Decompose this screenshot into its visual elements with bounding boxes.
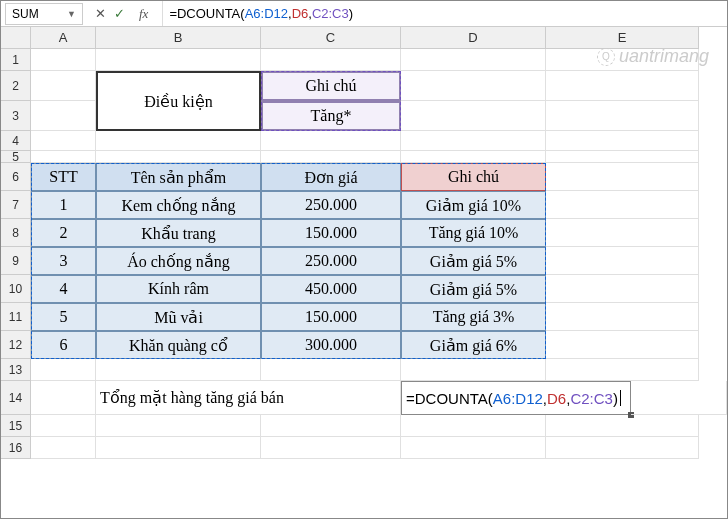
cell[interactable] <box>96 437 261 459</box>
table-header-ghichu[interactable]: Ghi chú <box>401 163 546 191</box>
cell[interactable] <box>31 131 96 151</box>
cell[interactable] <box>96 151 261 163</box>
col-header[interactable]: A <box>31 27 96 49</box>
cell[interactable] <box>31 437 96 459</box>
table-header-ten[interactable]: Tên sản phẩm <box>96 163 261 191</box>
cell[interactable] <box>401 415 546 437</box>
cell[interactable] <box>261 131 401 151</box>
row-header[interactable]: 12 <box>1 331 31 359</box>
cell[interactable] <box>546 71 699 101</box>
cell[interactable] <box>96 359 261 381</box>
cell[interactable] <box>546 131 699 151</box>
table-cell[interactable]: 6 <box>31 331 96 359</box>
cell[interactable] <box>401 151 546 163</box>
cell[interactable] <box>631 381 727 415</box>
row-header[interactable]: 8 <box>1 219 31 247</box>
table-cell[interactable]: Kính râm <box>96 275 261 303</box>
col-header[interactable]: B <box>96 27 261 49</box>
cell[interactable] <box>401 131 546 151</box>
cell[interactable] <box>546 331 699 359</box>
summary-label-cell[interactable]: Tổng mặt hàng tăng giá bán <box>96 381 401 415</box>
cell[interactable] <box>546 303 699 331</box>
cell[interactable] <box>401 437 546 459</box>
col-header[interactable]: D <box>401 27 546 49</box>
table-cell[interactable]: Mũ vải <box>96 303 261 331</box>
row-header[interactable]: 11 <box>1 303 31 331</box>
table-cell[interactable]: 1 <box>31 191 96 219</box>
table-cell[interactable]: 250.000 <box>261 191 401 219</box>
table-cell[interactable]: Tăng giá 10% <box>401 219 546 247</box>
table-cell[interactable]: Giảm giá 5% <box>401 247 546 275</box>
table-cell[interactable]: Áo chống nắng <box>96 247 261 275</box>
cell[interactable] <box>31 415 96 437</box>
cell[interactable] <box>261 359 401 381</box>
cells-area[interactable]: Điều kiện Ghi chú Tăng* <box>31 49 727 459</box>
table-cell[interactable]: Giảm giá 10% <box>401 191 546 219</box>
confirm-icon[interactable]: ✓ <box>114 6 125 21</box>
cell[interactable] <box>31 71 96 101</box>
cell[interactable] <box>96 131 261 151</box>
row-header[interactable]: 1 <box>1 49 31 71</box>
cancel-icon[interactable]: ✕ <box>95 6 106 21</box>
cell[interactable] <box>31 49 96 71</box>
cell[interactable] <box>546 151 699 163</box>
cell[interactable] <box>261 151 401 163</box>
cell[interactable] <box>31 381 96 415</box>
cell[interactable] <box>96 415 261 437</box>
row-header[interactable]: 7 <box>1 191 31 219</box>
cell[interactable] <box>96 49 261 71</box>
row-header[interactable]: 2 <box>1 71 31 101</box>
cell[interactable] <box>401 71 546 101</box>
table-cell[interactable]: Khẩu trang <box>96 219 261 247</box>
row-header[interactable]: 16 <box>1 437 31 459</box>
table-cell[interactable]: 3 <box>31 247 96 275</box>
table-cell[interactable]: 250.000 <box>261 247 401 275</box>
row-header[interactable]: 9 <box>1 247 31 275</box>
table-cell[interactable]: 300.000 <box>261 331 401 359</box>
criteria-value-cell[interactable]: Tăng* <box>261 101 401 131</box>
active-formula-cell[interactable]: =DCOUNTA(A6:D12,D6,C2:C3) <box>401 381 631 415</box>
row-header[interactable]: 3 <box>1 101 31 131</box>
cell[interactable] <box>31 151 96 163</box>
cell[interactable] <box>401 359 546 381</box>
table-cell[interactable]: 5 <box>31 303 96 331</box>
cell[interactable] <box>261 437 401 459</box>
row-header[interactable]: 13 <box>1 359 31 381</box>
table-cell[interactable]: Giảm giá 6% <box>401 331 546 359</box>
table-cell[interactable]: 150.000 <box>261 303 401 331</box>
table-header-stt[interactable]: STT <box>31 163 96 191</box>
cell[interactable] <box>546 191 699 219</box>
cell[interactable] <box>31 101 96 131</box>
cell[interactable] <box>261 49 401 71</box>
row-header[interactable]: 4 <box>1 131 31 151</box>
criteria-header-cell[interactable]: Ghi chú <box>261 71 401 101</box>
row-header[interactable]: 15 <box>1 415 31 437</box>
row-header[interactable]: 6 <box>1 163 31 191</box>
table-cell[interactable]: Kem chống nắng <box>96 191 261 219</box>
cell[interactable] <box>401 101 546 131</box>
table-cell[interactable]: 2 <box>31 219 96 247</box>
cell[interactable] <box>546 163 699 191</box>
cell[interactable] <box>31 359 96 381</box>
table-cell[interactable]: 4 <box>31 275 96 303</box>
cell[interactable] <box>546 359 699 381</box>
row-header[interactable]: 14 <box>1 381 31 415</box>
name-box[interactable]: SUM ▼ <box>5 3 83 25</box>
table-header-dongia[interactable]: Đơn giá <box>261 163 401 191</box>
cell[interactable] <box>546 275 699 303</box>
criteria-label-cell[interactable]: Điều kiện <box>96 71 261 131</box>
table-cell[interactable]: 150.000 <box>261 219 401 247</box>
formula-input[interactable]: =DCOUNTA(A6:D12,D6,C2:C3) <box>163 1 727 26</box>
cell[interactable] <box>261 415 401 437</box>
cell[interactable] <box>546 219 699 247</box>
cell[interactable] <box>401 49 546 71</box>
table-cell[interactable]: Giảm giá 5% <box>401 275 546 303</box>
cell[interactable] <box>546 415 699 437</box>
name-box-dropdown-icon[interactable]: ▼ <box>67 9 76 19</box>
cell[interactable] <box>546 437 699 459</box>
row-header[interactable]: 10 <box>1 275 31 303</box>
row-header[interactable]: 5 <box>1 151 31 163</box>
table-cell[interactable]: 450.000 <box>261 275 401 303</box>
cell[interactable] <box>546 247 699 275</box>
table-cell[interactable]: Khăn quàng cổ <box>96 331 261 359</box>
